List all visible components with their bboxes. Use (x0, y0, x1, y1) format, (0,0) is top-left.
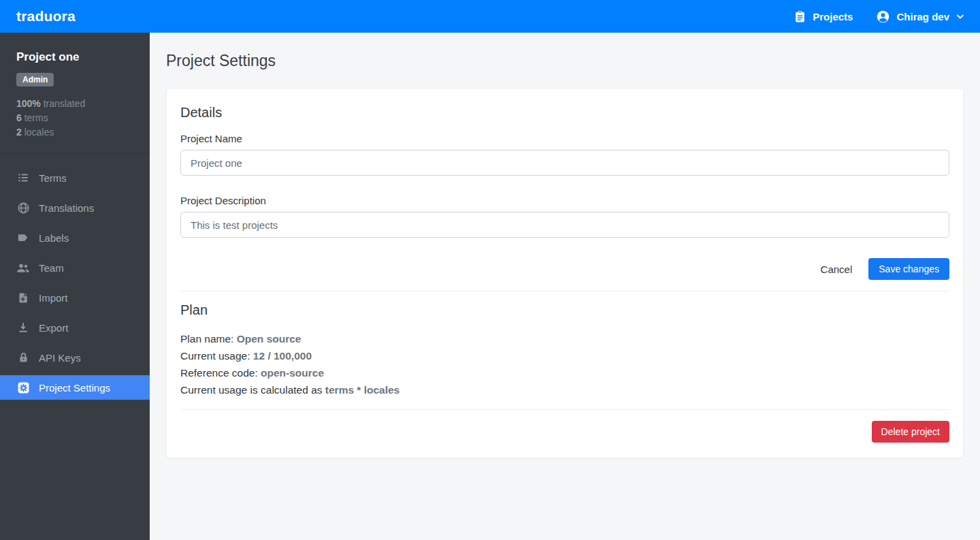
sidebar-item-api-keys[interactable]: API Keys (0, 345, 150, 370)
sidebar-item-label: Import (39, 292, 68, 304)
sidebar-item-import[interactable]: Import (0, 285, 150, 310)
project-sidebar: Project one Admin 100% translated 6 term… (0, 33, 150, 540)
label-icon (16, 231, 30, 244)
sidebar-item-team[interactable]: Team (0, 255, 150, 280)
section-divider (180, 409, 949, 410)
sidebar-item-translations[interactable]: Translations (0, 195, 150, 220)
user-menu[interactable]: Chirag dev (876, 10, 964, 24)
main-content: Project Settings Details Project Name Pr… (150, 33, 980, 540)
details-actions: Cancel Save changes (180, 258, 949, 280)
sidebar-item-label: Export (39, 322, 68, 334)
navbar-right: Projects Chirag dev (794, 10, 964, 24)
sidebar-item-labels[interactable]: Labels (0, 225, 150, 250)
sidebar-item-label: Terms (39, 172, 67, 184)
sidebar-item-label: API Keys (39, 352, 81, 364)
section-divider (180, 291, 949, 291)
stat-translated: 100% translated (16, 97, 133, 111)
current-usage-row: Current usage: 12 / 100,000 (180, 347, 949, 364)
sidebar-item-terms[interactable]: Terms (0, 165, 150, 190)
sidebar-item-label: Translations (39, 202, 94, 214)
cancel-button[interactable]: Cancel (813, 259, 861, 280)
globe-icon (16, 201, 30, 215)
sidebar-item-project-settings[interactable]: Project Settings (0, 375, 150, 400)
stat-locales: 2 locales (16, 125, 133, 140)
nav-projects-link[interactable]: Projects (794, 10, 853, 23)
sidebar-item-label: Labels (39, 232, 69, 244)
nav-projects-label: Projects (813, 11, 853, 22)
user-name: Chirag dev (896, 11, 949, 22)
project-name-input[interactable] (180, 150, 949, 176)
sidebar-menu: Terms Translations Labels (0, 154, 150, 405)
people-icon (16, 261, 30, 274)
project-stats: 100% translated 6 terms 2 locales (16, 97, 133, 140)
account-circle-icon (876, 10, 890, 24)
project-info: Project one Admin 100% translated 6 term… (0, 33, 150, 154)
project-name: Project one (16, 50, 133, 64)
top-navbar: traduora Projects (0, 0, 980, 33)
save-changes-button[interactable]: Save changes (868, 258, 949, 280)
project-description-label: Project Description (180, 195, 949, 206)
page-title: Project Settings (166, 52, 964, 70)
reference-code-row: Reference code: open-source (180, 364, 949, 381)
download-icon (16, 321, 30, 334)
plan-details: Plan name: Open source Current usage: 12… (180, 330, 949, 398)
details-heading: Details (180, 105, 949, 121)
stat-terms: 6 terms (16, 111, 133, 125)
file-plus-icon (16, 291, 30, 304)
sidebar-item-export[interactable]: Export (0, 315, 150, 340)
usage-formula-row: Current usage is calculated as terms * l… (180, 381, 949, 398)
gear-icon (16, 381, 30, 394)
project-description-input[interactable] (180, 212, 949, 238)
clipboard-icon (794, 10, 806, 23)
danger-zone: Delete project (180, 421, 949, 443)
plan-name-row: Plan name: Open source (180, 330, 949, 347)
settings-card: Details Project Name Project Description… (166, 88, 964, 458)
chevron-down-icon (957, 14, 964, 19)
list-icon (16, 171, 30, 185)
sidebar-item-label: Project Settings (39, 382, 110, 394)
traduora-logo[interactable]: traduora (16, 8, 76, 25)
project-name-label: Project Name (180, 133, 949, 144)
plan-heading: Plan (180, 302, 949, 318)
lock-icon (16, 351, 30, 364)
role-badge: Admin (16, 73, 54, 86)
sidebar-item-label: Team (39, 262, 64, 274)
delete-project-button[interactable]: Delete project (872, 421, 949, 443)
